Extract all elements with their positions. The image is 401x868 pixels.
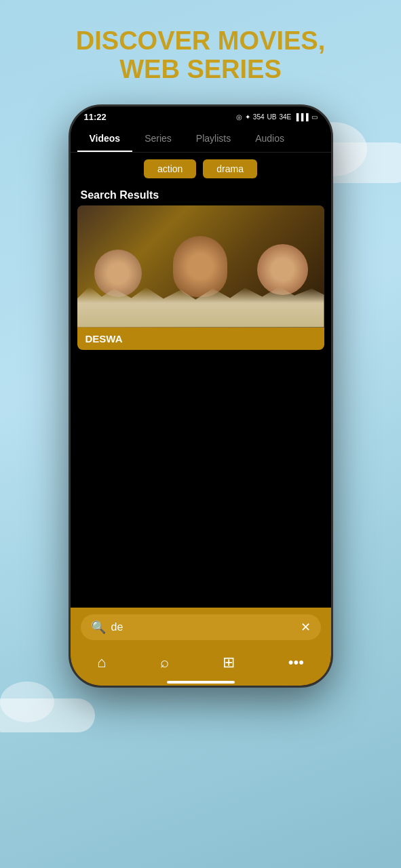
content-area-empty bbox=[71, 350, 331, 608]
tabs-bar: Videos Series Playlists Audios bbox=[71, 125, 331, 153]
home-indicator bbox=[71, 682, 331, 686]
headline-line2: WEB SERIES bbox=[119, 55, 282, 83]
movie-thumbnail: champaran talkies presents DESWA bbox=[77, 205, 324, 328]
nav-search[interactable]: ⌕ bbox=[160, 654, 169, 671]
home-bar bbox=[167, 681, 235, 684]
grid-icon: ⊞ bbox=[223, 654, 235, 671]
search-icon: 🔍 bbox=[91, 620, 106, 635]
battery-icon: ▭ bbox=[311, 113, 318, 121]
bluetooth-icon: ✦ bbox=[245, 113, 250, 121]
page-headline: DISCOVER MOVIES, WEB SERIES bbox=[31, 27, 370, 84]
app-content: Videos Series Playlists Audios action dr… bbox=[71, 125, 331, 686]
nav-grid[interactable]: ⊞ bbox=[223, 654, 235, 671]
clear-search-icon[interactable]: ✕ bbox=[301, 620, 311, 635]
actor-face-center bbox=[173, 236, 227, 297]
chip-drama[interactable]: drama bbox=[203, 159, 257, 178]
signal-icon: ▐▐▐ bbox=[294, 113, 308, 121]
nav-more[interactable]: ••• bbox=[288, 654, 304, 671]
tab-playlists[interactable]: Playlists bbox=[184, 125, 243, 152]
search-input-value[interactable]: de bbox=[111, 621, 295, 633]
status-bar: 11:22 ◎ ✦ 354 UB 34E ▐▐▐ ▭ bbox=[71, 106, 331, 125]
actor-face-left bbox=[94, 250, 142, 297]
phone-mockup: 11:22 ◎ ✦ 354 UB 34E ▐▐▐ ▭ Videos Series… bbox=[69, 104, 333, 688]
status-time: 11:22 bbox=[84, 112, 107, 122]
status-icons: ◎ ✦ 354 UB 34E ▐▐▐ ▭ bbox=[236, 113, 318, 121]
bottom-search-container: 🔍 de ✕ bbox=[71, 608, 331, 647]
nav-home[interactable]: ⌂ bbox=[97, 654, 106, 671]
tab-audios[interactable]: Audios bbox=[243, 125, 297, 152]
cloud-decoration-2 bbox=[0, 698, 95, 732]
search-input-row[interactable]: 🔍 de ✕ bbox=[81, 614, 321, 640]
bottom-navigation: ⌂ ⌕ ⊞ ••• bbox=[71, 647, 331, 682]
home-icon: ⌂ bbox=[97, 654, 106, 671]
actor-face-right bbox=[257, 244, 308, 295]
tab-series[interactable]: Series bbox=[132, 125, 184, 152]
network-type: UB bbox=[267, 113, 277, 121]
data-speed: 354 bbox=[253, 113, 265, 121]
search-results-heading: Search Results bbox=[71, 185, 331, 205]
tab-videos[interactable]: Videos bbox=[77, 125, 133, 152]
movie-card-deswa[interactable]: champaran talkies presents DESWA DESWA bbox=[77, 205, 324, 350]
movie-title-banner: DESWA bbox=[77, 328, 324, 350]
search-nav-icon: ⌕ bbox=[160, 654, 169, 671]
data-type2: 34E bbox=[279, 113, 291, 121]
headline-line1: DISCOVER MOVIES, bbox=[76, 26, 325, 55]
network-icon: ◎ bbox=[236, 113, 242, 121]
chip-action[interactable]: action bbox=[144, 159, 196, 178]
filter-chips-row: action drama bbox=[71, 153, 331, 185]
more-icon: ••• bbox=[288, 654, 304, 671]
movie-bg bbox=[77, 205, 324, 328]
